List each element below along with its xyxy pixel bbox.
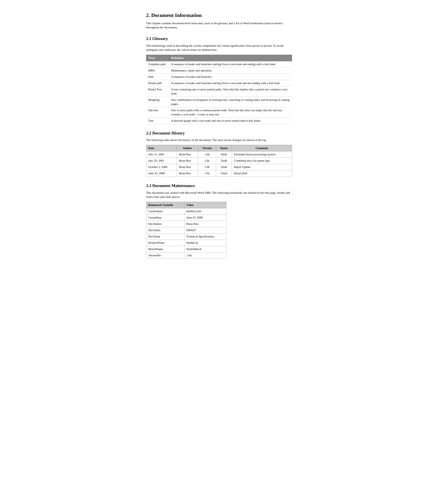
table-row: VersionNo1.0d (146, 252, 226, 259)
history-cell: Draft (216, 158, 232, 164)
history-col-version: Version (198, 145, 216, 151)
bookmark-variable: VersionNo (146, 252, 184, 259)
glossary-col-definition: Definition (169, 55, 292, 61)
bookmark-value: IntelleCache (184, 208, 226, 214)
table-row: DocAuthorBrian Roe (146, 221, 226, 227)
history-cell: Brian Roe (177, 151, 198, 158)
history-header-row: Date Author Version Status Comment (146, 145, 292, 151)
bookmark-variable: DocName (146, 233, 184, 240)
history-cell: 1.0d (198, 151, 216, 158)
glossary-definition: A sequence of nodes and branches startin… (169, 80, 292, 86)
table-row: October 2, 2000Brian Roe1.0bDraftMajor U… (146, 164, 292, 170)
history-cell: Initial draft (232, 170, 292, 177)
glossary-definition: A tree containing one or more partial pa… (169, 86, 292, 97)
history-cell: Brian Roe (177, 164, 198, 170)
bookmark-value: June 23, 2000 (184, 214, 226, 221)
bookmark-header-row: Bookmark Variable Value (146, 202, 226, 208)
history-cell: Draft (216, 164, 232, 170)
history-col-status: Status (216, 145, 232, 151)
section22-intro: The following table shows the history of… (146, 138, 292, 142)
history-col-author: Author (177, 145, 198, 151)
section23-title: 2.3 Document Maintenance. (146, 183, 292, 189)
table-row: ShoppingAny combination of navigation of… (146, 97, 292, 107)
glossary-definition: Maintenance, repair and operation (169, 67, 292, 74)
glossary-definition: A sequence of nodes and branches startin… (169, 61, 292, 67)
glossary-term: Partial Tree (146, 86, 169, 97)
bookmark-variable: ProductName (146, 240, 184, 246)
history-table: Date Author Version Status Comment July … (146, 145, 292, 177)
bookmark-variable: CreateDate (146, 214, 184, 221)
glossary-term: Complete path (146, 61, 169, 67)
history-cell: Draft (216, 151, 232, 158)
glossary-definition: One or more paths with a common parent n… (169, 107, 292, 117)
glossary-term: Path (146, 74, 169, 80)
table-row: PathA sequence of nodes and branches (146, 74, 292, 80)
glossary-header-row: Term Definition (146, 55, 292, 61)
bookmark-variable: MatchName (146, 246, 184, 252)
glossary-table: Term Definition Complete pathA sequence … (146, 55, 292, 124)
table-row: CreateDateJune 23, 2000 (146, 214, 226, 221)
glossary-definition: Any combination of navigation of existin… (169, 97, 292, 107)
bookmark-value: DRAFT (184, 227, 226, 233)
glossary-term: Sub-tree (146, 107, 169, 117)
table-row: Partial pathA sequence of nodes and bran… (146, 80, 292, 86)
section22-title: 2.2 Document History (146, 130, 292, 136)
table-row: June 23, 2000Brian Roe1.0aDraftInitial d… (146, 170, 292, 177)
history-cell: October 2, 2000 (146, 164, 177, 170)
history-cell: Brian Roe (177, 170, 198, 177)
glossary-term: Partial path (146, 80, 169, 86)
history-cell: July 29, 2001 (146, 158, 177, 164)
history-cell: Combined docs for patent app (232, 158, 292, 164)
table-row: ProductNameIntelleCat (146, 240, 226, 246)
history-cell: July 31, 2001 (146, 151, 177, 158)
history-cell: 1.0a (198, 170, 216, 177)
glossary-term: Tree (146, 117, 169, 124)
bookmark-value: IntelleMatch (184, 246, 226, 252)
bookmark-value: IntelleCat (184, 240, 226, 246)
bookmark-value: Brian Roe (184, 221, 226, 227)
table-row: July 29, 2001Brian Roe1.0cDraftCombined … (146, 158, 292, 164)
table-row: MatchNameIntelleMatch (146, 246, 226, 252)
glossary-term: MRO (146, 67, 169, 74)
bookmark-variable: DocStatus (146, 227, 184, 233)
history-cell: 1.0b (198, 164, 216, 170)
bookmark-variable: CacheName (146, 208, 184, 214)
history-cell: Extended Assist processing section (232, 151, 292, 158)
section21-title: 2.1 Glossary (146, 36, 292, 42)
history-cell: Brian Roe (177, 158, 198, 164)
section2-title: 2. Document Information (146, 12, 292, 19)
section21-intro: The terminology used in describing the s… (146, 44, 292, 52)
section2-intro: This chapter contains document-level met… (146, 21, 292, 30)
table-row: Sub-treeOne or more paths with a common … (146, 107, 292, 117)
history-cell: June 23, 2000 (146, 170, 177, 177)
table-row: MROMaintenance, repair and operation (146, 67, 292, 74)
history-col-comment: Comment (232, 145, 292, 151)
table-row: July 31, 2001Brian Roe1.0dDraftExtended … (146, 151, 292, 158)
bookmark-col-value: Value (184, 202, 226, 208)
table-row: CacheNameIntelleCache (146, 208, 226, 214)
history-cell: Major Update (232, 164, 292, 170)
table-row: Partial TreeA tree containing one or mor… (146, 86, 292, 97)
table-row: DocNameTechnical Specification (146, 233, 226, 240)
glossary-term: Shopping (146, 97, 169, 107)
history-col-date: Date (146, 145, 177, 151)
table-row: TreeA directed graph with a root node an… (146, 117, 292, 124)
bookmark-table: Bookmark Variable Value CacheNameIntelle… (146, 202, 226, 259)
glossary-definition: A directed graph with a root node and on… (169, 117, 292, 124)
glossary-definition: A sequence of nodes and branches (169, 74, 292, 80)
history-cell: 1.0c (198, 158, 216, 164)
bookmark-variable: DocAuthor (146, 221, 184, 227)
table-row: Complete pathA sequence of nodes and bra… (146, 61, 292, 67)
section23-intro: This document was created with Microsoft… (146, 191, 292, 199)
history-cell: Draft (216, 170, 232, 177)
bookmark-value: Technical Specification (184, 233, 226, 240)
glossary-col-term: Term (146, 55, 169, 61)
bookmark-value: 1.0d (184, 252, 226, 259)
table-row: DocStatusDRAFT (146, 227, 226, 233)
bookmark-col-variable: Bookmark Variable (146, 202, 184, 208)
